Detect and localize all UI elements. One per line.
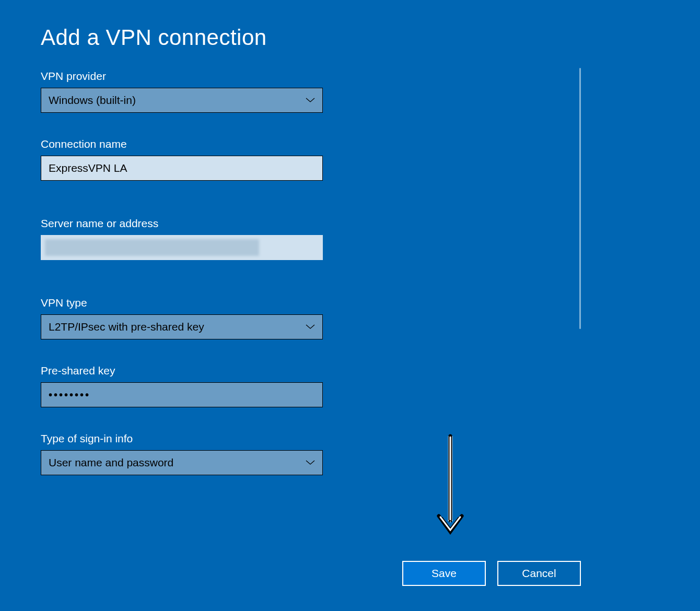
chevron-down-icon	[306, 98, 315, 103]
preshared-key-label: Pre-shared key	[41, 365, 659, 377]
vpn-provider-label: VPN provider	[41, 70, 659, 83]
signin-type-select[interactable]: User name and password	[41, 450, 323, 475]
server-address-redacted	[45, 239, 259, 256]
connection-name-group: Connection name ExpressVPN LA	[41, 138, 659, 181]
connection-name-value: ExpressVPN LA	[49, 162, 127, 174]
save-button[interactable]: Save	[402, 561, 486, 586]
vpn-type-select[interactable]: L2TP/IPsec with pre-shared key	[41, 314, 323, 339]
scrollbar[interactable]	[579, 68, 581, 329]
preshared-key-input[interactable]: ••••••••	[41, 382, 323, 407]
vpn-type-group: VPN type L2TP/IPsec with pre-shared key	[41, 297, 659, 339]
connection-name-label: Connection name	[41, 138, 659, 150]
connection-name-input[interactable]: ExpressVPN LA	[41, 156, 323, 181]
cancel-button[interactable]: Cancel	[497, 561, 581, 586]
vpn-provider-select[interactable]: Windows (built-in)	[41, 88, 323, 113]
button-row: Save Cancel	[402, 561, 581, 586]
vpn-type-value: L2TP/IPsec with pre-shared key	[49, 321, 204, 333]
preshared-key-group: Pre-shared key ••••••••	[41, 365, 659, 407]
page-title: Add a VPN connection	[41, 25, 659, 50]
preshared-key-value: ••••••••	[49, 389, 90, 401]
chevron-down-icon	[306, 460, 315, 465]
vpn-type-label: VPN type	[41, 297, 659, 309]
chevron-down-icon	[306, 324, 315, 330]
signin-type-group: Type of sign-in info User name and passw…	[41, 432, 659, 475]
arrow-down-icon	[435, 433, 466, 540]
signin-type-value: User name and password	[49, 456, 173, 469]
signin-type-label: Type of sign-in info	[41, 432, 659, 445]
server-address-input[interactable]	[41, 235, 323, 260]
vpn-provider-group: VPN provider Windows (built-in)	[41, 70, 659, 113]
vpn-settings-form: Add a VPN connection VPN provider Window…	[0, 0, 700, 475]
server-address-label: Server name or address	[41, 217, 659, 230]
server-address-group: Server name or address	[41, 217, 659, 260]
vpn-provider-value: Windows (built-in)	[49, 94, 136, 107]
